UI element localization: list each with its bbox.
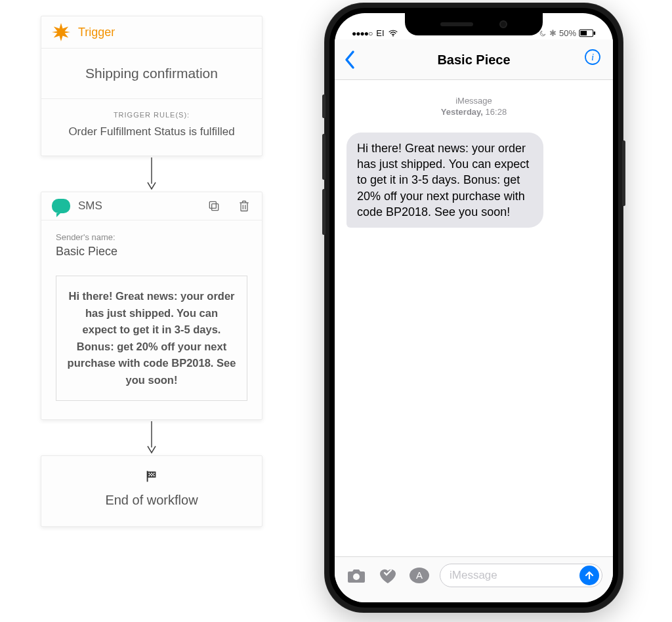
svg-rect-17	[594, 31, 596, 35]
trigger-rules-label: TRIGGER RULE(S):	[48, 111, 255, 119]
conversation-title: Basic Piece	[335, 43, 613, 68]
end-title: End of workflow	[48, 493, 255, 508]
message-service: iMessage	[346, 96, 601, 107]
sms-card-header: SMS	[41, 192, 262, 220]
workflow-column: Trigger Shipping confirmation TRIGGER RU…	[41, 16, 262, 527]
phone-screen: ●●●●○ EI 15:26 ✱ 50%	[335, 13, 613, 602]
svg-rect-14	[154, 476, 155, 477]
message-time: 16:28	[486, 107, 507, 117]
svg-rect-18	[581, 31, 587, 35]
compose-field[interactable]: iMessage	[440, 564, 602, 587]
svg-rect-13	[151, 476, 152, 477]
svg-rect-10	[150, 474, 151, 476]
flag-icon	[144, 469, 159, 486]
svg-rect-8	[151, 473, 152, 474]
trigger-title: Shipping confirmation	[41, 49, 262, 99]
camera-icon[interactable]	[345, 564, 368, 587]
svg-rect-2	[209, 201, 216, 208]
svg-rect-9	[154, 473, 155, 474]
delete-button[interactable]	[237, 199, 251, 213]
svg-point-15	[392, 35, 394, 36]
phone-mockup: ●●●●○ EI 15:26 ✱ 50%	[324, 3, 623, 613]
phone-volume-down	[322, 189, 326, 235]
input-toolbar: A iMessage	[335, 556, 613, 602]
compose-placeholder: iMessage	[450, 569, 497, 582]
sms-message-body[interactable]: Hi there! Great news: your order has jus…	[56, 276, 247, 401]
send-button[interactable]	[579, 566, 599, 585]
svg-point-21	[353, 573, 360, 580]
phone-volume-up	[322, 134, 326, 180]
duplicate-button[interactable]	[207, 199, 221, 213]
message-day: Yesterday,	[441, 107, 483, 117]
battery-label: 50%	[559, 28, 576, 38]
burst-icon	[52, 23, 70, 41]
sms-card[interactable]: SMS	[41, 192, 262, 420]
sender-label: Sender's name:	[56, 232, 247, 242]
message-area[interactable]: iMessage Yesterday, 16:28 Hi there! Grea…	[335, 80, 613, 228]
bluetooth-icon: ✱	[549, 28, 556, 38]
appstore-icon[interactable]: A	[408, 564, 430, 587]
phone-mute-switch	[322, 94, 326, 118]
svg-rect-12	[148, 476, 150, 477]
phone-power-button	[622, 140, 625, 206]
trigger-header-label: Trigger	[78, 26, 115, 39]
svg-rect-1	[212, 204, 219, 211]
incoming-message-bubble[interactable]: Hi there! Great news: your order has jus…	[346, 133, 543, 228]
connector-arrow	[41, 420, 262, 455]
signal-dots-icon: ●●●●○	[352, 29, 372, 38]
heart-icon[interactable]	[377, 564, 399, 587]
carrier-label: EI	[376, 28, 384, 38]
connector-arrow	[41, 156, 262, 192]
trigger-card[interactable]: Trigger Shipping confirmation TRIGGER RU…	[41, 16, 262, 156]
nav-bar: Basic Piece i	[335, 39, 613, 80]
speech-bubble-icon	[52, 199, 70, 213]
svg-rect-11	[152, 474, 154, 476]
battery-icon	[579, 29, 596, 37]
message-meta: iMessage Yesterday, 16:28	[346, 96, 601, 118]
sms-header-label: SMS	[78, 199, 102, 213]
svg-rect-7	[148, 473, 150, 474]
phone-notch	[405, 13, 543, 35]
svg-text:A: A	[416, 570, 423, 581]
sender-value: Basic Piece	[56, 245, 247, 259]
back-button[interactable]	[344, 50, 356, 72]
wifi-icon	[388, 30, 398, 37]
svg-text:i: i	[591, 52, 594, 62]
trigger-rule-text: Order Fulfillment Status is fulfilled	[48, 125, 255, 138]
end-card: End of workflow	[41, 455, 262, 527]
info-button[interactable]: i	[584, 49, 601, 68]
trigger-card-header: Trigger	[41, 16, 262, 49]
